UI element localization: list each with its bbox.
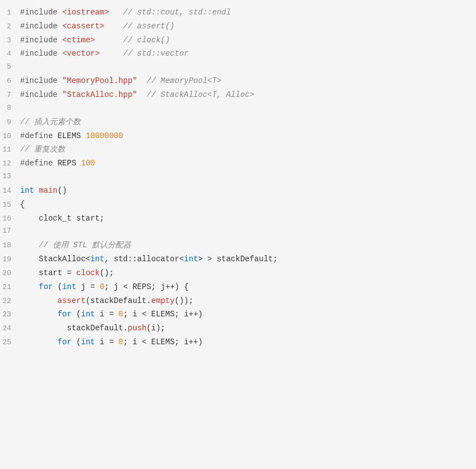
ident-token xyxy=(20,310,57,319)
line-content: // 重复次数 xyxy=(20,143,476,155)
ident-token xyxy=(34,186,38,195)
code-line: 1#include <iostream> // std::cout, std::… xyxy=(0,6,476,19)
ident-token: (stackDefault. xyxy=(86,296,152,305)
line-number: 2 xyxy=(0,21,20,33)
code-line: 23 for (int i = 0; i < ELEMS; i++) xyxy=(0,307,476,321)
line-number: 24 xyxy=(0,323,20,335)
inc-angle-token: <ctime> xyxy=(62,36,95,45)
num-token: 0 xyxy=(118,310,123,319)
pp-token: #define xyxy=(20,131,53,140)
num-token: 0 xyxy=(118,338,123,346)
ident-token xyxy=(57,36,62,45)
line-content: #include "StackAlloc.hpp" // StackAlloc<… xyxy=(20,89,476,101)
ident-token: ; i < ELEMS; i++) xyxy=(123,338,203,346)
ident-token xyxy=(20,241,39,250)
line-content: start = clock(); xyxy=(20,267,476,279)
ident-token xyxy=(109,8,123,17)
pp-token: #include xyxy=(20,90,57,99)
line-content: clock_t start; xyxy=(20,212,476,224)
kw-token: int xyxy=(62,282,76,291)
line-number: 13 xyxy=(0,171,20,183)
ident-token: ( xyxy=(53,282,62,291)
ident-token xyxy=(57,22,62,31)
inc-angle-token: <cassert> xyxy=(62,22,105,31)
line-content: #include <vector> // std::vector xyxy=(20,47,476,60)
ident-token: REPS xyxy=(53,159,81,168)
inc-angle-token: <vector> xyxy=(62,49,100,58)
line-number: 17 xyxy=(0,226,20,237)
line-number: 22 xyxy=(0,296,20,307)
ident-token: i = xyxy=(95,310,118,319)
fn-token: main xyxy=(39,186,58,195)
line-content: // 使用 STL 默认分配器 xyxy=(20,239,476,251)
comment-token: // MemoryPool<T> xyxy=(147,76,221,85)
inc-angle-token: <iostream> xyxy=(62,8,109,17)
line-number: 18 xyxy=(0,240,20,252)
num-token: 100 xyxy=(81,159,95,168)
line-content: StackAlloc<int, std::allocator<int> > st… xyxy=(20,253,476,265)
comment-token: // std::vector xyxy=(123,49,189,58)
line-content: #include <iostream> // std::cout, std::e… xyxy=(20,6,476,18)
line-number: 9 xyxy=(0,117,20,129)
num-token: 10000000 xyxy=(86,131,123,140)
line-content: for (int i = 0; i < ELEMS; i++) xyxy=(20,308,476,320)
line-content: #include <ctime> // clock() xyxy=(20,34,476,46)
code-line: 22 assert(stackDefault.empty()); xyxy=(0,294,476,308)
comment-cn-token: // 重复次数 xyxy=(20,145,65,154)
code-line: 14int main() xyxy=(0,184,476,198)
line-number: 4 xyxy=(0,48,20,60)
line-content: #define ELEMS 10000000 xyxy=(20,130,476,142)
ident-token xyxy=(137,76,147,85)
line-content: #define REPS 100 xyxy=(20,157,476,169)
code-line: 6#include "MemoryPool.hpp" // MemoryPool… xyxy=(0,74,476,88)
line-number: 5 xyxy=(0,61,20,73)
line-content: assert(stackDefault.empty()); xyxy=(20,295,476,307)
comment-token: // std::cout, std::endl xyxy=(123,8,231,17)
kw-token: for xyxy=(57,338,71,346)
ident-token: ; i < ELEMS; i++) xyxy=(123,310,203,319)
ident-token: (i); xyxy=(147,324,166,333)
code-line: 7#include "StackAlloc.hpp" // StackAlloc… xyxy=(0,88,476,102)
line-number: 8 xyxy=(0,102,20,114)
ident-token: ; j < REPS; j++) { xyxy=(104,282,188,291)
code-line: 15{ xyxy=(0,198,476,212)
kw-token: for xyxy=(39,282,53,291)
comment-token: // clock() xyxy=(123,36,170,45)
pp-token: #include xyxy=(20,49,57,58)
kw-token: int xyxy=(81,310,95,319)
code-line: 2#include <cassert> // assert() xyxy=(0,19,476,33)
ident-token xyxy=(137,90,147,99)
line-content: { xyxy=(20,198,476,211)
ident-token xyxy=(100,49,123,58)
ident-token xyxy=(20,282,39,291)
ident-token xyxy=(57,49,62,58)
ident-token: j = xyxy=(76,282,100,291)
fn-token: push xyxy=(128,324,147,333)
punct-token: { xyxy=(20,200,25,209)
pp-token: #define xyxy=(20,159,53,168)
code-line: 24 stackDefault.push(i); xyxy=(0,321,476,335)
code-line: 20 start = clock(); xyxy=(0,266,476,280)
ident-token: ( xyxy=(71,310,81,319)
line-content: int main() xyxy=(20,184,476,197)
kw-token: int xyxy=(90,255,104,263)
line-content: for (int j = 0; j < REPS; j++) { xyxy=(20,281,476,293)
line-number: 6 xyxy=(0,76,20,87)
code-line: 8 xyxy=(0,102,476,115)
line-number: 12 xyxy=(0,158,20,170)
line-number: 1 xyxy=(0,7,20,19)
line-number: 20 xyxy=(0,268,20,280)
pp-token: #include xyxy=(20,8,57,17)
ident-token xyxy=(20,296,57,305)
line-number: 23 xyxy=(0,309,20,321)
line-content: #include <cassert> // assert() xyxy=(20,20,476,32)
comment-cn-token: // 插入元素个数 xyxy=(20,118,81,126)
code-line: 21 for (int j = 0; j < REPS; j++) { xyxy=(0,280,476,294)
line-content: stackDefault.push(i); xyxy=(20,322,476,334)
ident-token: start = xyxy=(20,268,76,277)
code-editor: 1#include <iostream> // std::cout, std::… xyxy=(0,0,476,469)
ident-token xyxy=(20,338,57,346)
kw-token: for xyxy=(57,310,71,319)
inc-quote-token: "StackAlloc.hpp" xyxy=(62,90,137,99)
code-line: 17 xyxy=(0,225,476,238)
